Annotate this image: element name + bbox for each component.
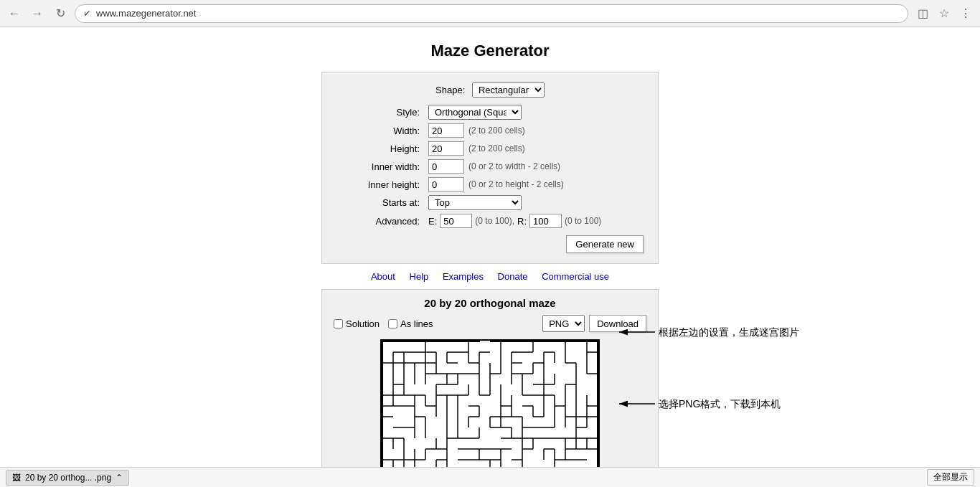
- status-bar-right: 全部显示: [927, 469, 974, 486]
- solution-label: Solution: [346, 318, 380, 329]
- width-input[interactable]: [428, 123, 464, 138]
- file-name: 20 by 20 orthog... .png: [25, 473, 111, 483]
- maze-container: [334, 339, 646, 487]
- url-text: www.mazegenerator.net: [96, 8, 196, 19]
- inner-height-label: Inner height:: [336, 179, 423, 190]
- starts-at-value: Top Bottom Left Right Random: [428, 195, 644, 210]
- style-label: Style:: [336, 107, 423, 118]
- inner-width-input[interactable]: [428, 159, 464, 174]
- forward-button[interactable]: →: [29, 5, 46, 22]
- settings-form: Style: Orthogonal (Square cells) Sigma (…: [336, 105, 644, 228]
- inner-width-value: (0 or 2 to width - 2 cells): [428, 159, 644, 174]
- generate-area: Generate new: [336, 235, 644, 253]
- height-hint: (2 to 200 cells): [468, 143, 525, 153]
- page-content: Maze Generator Shape: Rectangular Circul…: [6, 27, 974, 487]
- shape-row: Shape: Rectangular Circular Triangular H…: [336, 82, 644, 98]
- chevron-up-icon[interactable]: ⌃: [116, 473, 123, 483]
- inner-width-label: Inner width:: [336, 161, 423, 172]
- download-file-indicator: 🖼 20 by 20 orthog... .png ⌃: [6, 470, 129, 486]
- download-button[interactable]: Download: [589, 315, 646, 332]
- solution-checkbox-label[interactable]: Solution: [334, 318, 380, 329]
- maze-controls-left: Solution As lines: [334, 318, 433, 329]
- as-lines-checkbox-label[interactable]: As lines: [388, 318, 433, 329]
- examples-link[interactable]: Examples: [443, 271, 484, 282]
- width-hint: (2 to 200 cells): [468, 126, 525, 136]
- status-bar: 🖼 20 by 20 orthog... .png ⌃ 全部显示: [0, 467, 980, 487]
- inner-height-value: (0 or 2 to height - 2 cells): [428, 177, 644, 192]
- translate-button[interactable]: ◫: [914, 5, 931, 22]
- advanced-e-hint: (0 to 100),: [475, 216, 514, 226]
- about-link[interactable]: About: [371, 271, 395, 282]
- download-area: PNG SVG PDF Download: [542, 315, 646, 332]
- advanced-r-input[interactable]: [529, 214, 562, 228]
- links-row: About Help Examples Donate Commercial us…: [6, 271, 974, 282]
- maze-title: 20 by 20 orthogonal maze: [334, 297, 646, 309]
- browser-chrome: ← → ↻ 🗸 www.mazegenerator.net ◫ ☆ ⋮: [0, 0, 980, 27]
- width-value: (2 to 200 cells): [428, 123, 644, 138]
- advanced-value: E: (0 to 100), R: (0 to 100): [428, 214, 644, 228]
- advanced-label: Advanced:: [336, 216, 423, 227]
- generate-button[interactable]: Generate new: [566, 235, 644, 253]
- file-icon: 🖼: [12, 473, 21, 483]
- advanced-row: E: (0 to 100), R: (0 to 100): [428, 214, 601, 228]
- advanced-e-label: E:: [428, 216, 437, 227]
- maze-controls: Solution As lines PNG SVG PDF Download: [334, 315, 646, 332]
- shape-label: Shape:: [435, 85, 465, 95]
- donate-link[interactable]: Donate: [498, 271, 528, 282]
- as-lines-label: As lines: [400, 318, 433, 329]
- starts-at-label: Starts at:: [336, 197, 423, 208]
- advanced-e-input[interactable]: [440, 214, 472, 228]
- menu-button[interactable]: ⋮: [957, 5, 974, 22]
- maze-section: 20 by 20 orthogonal maze Solution As lin…: [321, 289, 659, 487]
- shape-select[interactable]: Rectangular Circular Triangular Hexagona…: [472, 82, 545, 98]
- solution-checkbox[interactable]: [334, 319, 343, 328]
- secure-icon: 🗸: [83, 8, 92, 19]
- refresh-button[interactable]: ↻: [52, 5, 69, 22]
- format-select[interactable]: PNG SVG PDF: [542, 315, 585, 332]
- inner-width-hint: (0 or 2 to width - 2 cells): [468, 161, 560, 171]
- starts-at-select[interactable]: Top Bottom Left Right Random: [428, 195, 522, 210]
- bookmark-button[interactable]: ☆: [936, 5, 953, 22]
- browser-actions: ◫ ☆ ⋮: [914, 5, 974, 22]
- height-input[interactable]: [428, 141, 464, 156]
- advanced-r-hint: (0 to 100): [565, 216, 601, 226]
- commercial-link[interactable]: Commercial use: [542, 271, 609, 282]
- width-label: Width:: [336, 126, 423, 136]
- maze-canvas: [380, 339, 600, 487]
- svg-text:选择PNG格式，下载到本机: 选择PNG格式，下载到本机: [659, 398, 781, 410]
- as-lines-checkbox[interactable]: [388, 319, 397, 328]
- help-link[interactable]: Help: [410, 271, 429, 282]
- advanced-r-label: R:: [517, 216, 527, 227]
- page-title: Maze Generator: [6, 42, 974, 60]
- style-select[interactable]: Orthogonal (Square cells) Sigma (Hex cel…: [428, 105, 522, 120]
- show-all-button[interactable]: 全部显示: [927, 469, 974, 486]
- inner-height-input[interactable]: [428, 177, 464, 192]
- status-bar-left: 🖼 20 by 20 orthog... .png ⌃: [6, 470, 129, 486]
- style-value: Orthogonal (Square cells) Sigma (Hex cel…: [428, 105, 644, 120]
- settings-panel: Shape: Rectangular Circular Triangular H…: [321, 72, 659, 264]
- height-value: (2 to 200 cells): [428, 141, 644, 156]
- height-label: Height:: [336, 143, 423, 154]
- inner-height-hint: (0 or 2 to height - 2 cells): [468, 179, 564, 189]
- svg-text:根据左边的设置，生成迷宫图片: 根据左边的设置，生成迷宫图片: [659, 326, 799, 338]
- back-button[interactable]: ←: [6, 5, 23, 22]
- address-bar[interactable]: 🗸 www.mazegenerator.net: [75, 4, 908, 23]
